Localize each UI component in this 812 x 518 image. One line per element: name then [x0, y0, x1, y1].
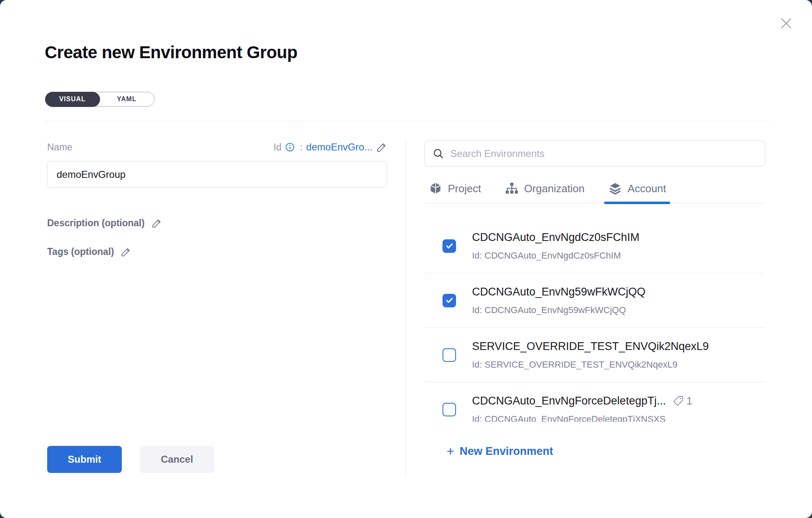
id-colon: : — [300, 142, 302, 153]
edit-tags-pencil-icon[interactable] — [121, 247, 131, 257]
id-label: Id — [274, 142, 281, 153]
tags-row: Tags (optional) — [47, 246, 131, 257]
layers-icon — [608, 182, 622, 195]
sitemap-icon — [505, 182, 519, 195]
name-id-row: Name Id : demoEnvGro... — [47, 141, 387, 153]
env-name: CDCNGAuto_EnvNgForceDeletegpTj... — [472, 394, 666, 408]
env-id: Id: CDCNGAuto_EnvNgForceDeletegpTjXNSXS — [472, 413, 765, 422]
env-checkbox[interactable] — [442, 403, 456, 416]
description-row: Description (optional) — [47, 218, 162, 229]
environment-list: CDCNGAuto_EnvNgdCz0sFChIM Id: CDCNGAuto_… — [424, 203, 765, 422]
tag-count: 1 — [687, 395, 692, 407]
cancel-button[interactable]: Cancel — [140, 446, 214, 473]
search-environments-input[interactable] — [450, 148, 757, 159]
search-icon — [432, 148, 445, 160]
header-divider — [43, 121, 769, 121]
name-label: Name — [47, 142, 72, 153]
toggle-visual[interactable]: VISUAL — [45, 92, 100, 107]
vertical-divider — [406, 139, 406, 477]
env-name: CDCNGAuto_EnvNgdCz0sFChIM — [472, 230, 639, 244]
env-text: CDCNGAuto_EnvNg59wFkWCjQQ Id: CDCNGAuto_… — [472, 285, 765, 316]
tag-icon — [673, 395, 684, 407]
edit-description-pencil-icon[interactable] — [151, 218, 162, 229]
tab-account-label: Account — [627, 182, 666, 195]
env-id: Id: CDCNGAuto_EnvNg59wFkWCjQQ — [472, 304, 765, 316]
name-input[interactable] — [47, 161, 387, 188]
toggle-yaml[interactable]: YAML — [99, 92, 154, 106]
env-text: SERVICE_OVERRIDE_TEST_ENVQik2NqexL9 Id: … — [472, 339, 765, 370]
search-environments-box — [424, 141, 765, 166]
env-text: CDCNGAuto_EnvNgdCz0sFChIM Id: CDCNGAuto_… — [472, 230, 765, 261]
environment-row: CDCNGAuto_EnvNgdCz0sFChIM Id: CDCNGAuto_… — [424, 219, 765, 273]
plus-icon: + — [447, 446, 454, 457]
environment-row: SERVICE_OVERRIDE_TEST_ENVQik2NqexL9 Id: … — [424, 328, 765, 382]
new-environment-label: New Environment — [460, 445, 553, 458]
environments-panel: Project Organization Account — [424, 141, 765, 458]
edit-id-pencil-icon[interactable] — [376, 142, 387, 153]
cube-icon — [429, 182, 442, 195]
id-row: Id : demoEnvGro... — [274, 141, 387, 153]
tag-count-badge: 1 — [673, 395, 692, 407]
env-checkbox[interactable] — [442, 239, 456, 253]
info-icon[interactable] — [285, 142, 295, 152]
env-text: CDCNGAuto_EnvNgForceDeletegpTj... 1 Id: … — [472, 394, 765, 422]
env-name: SERVICE_OVERRIDE_TEST_ENVQik2NqexL9 — [472, 339, 709, 353]
env-id: Id: SERVICE_OVERRIDE_TEST_ENVQik2NqexL9 — [472, 359, 765, 370]
dialog-title: Create new Environment Group — [45, 43, 297, 62]
new-environment-button[interactable]: + New Environment — [447, 445, 553, 458]
tab-project[interactable]: Project — [424, 181, 485, 203]
tab-organization-label: Organization — [524, 182, 584, 195]
create-environment-group-dialog: Create new Environment Group VISUAL YAML… — [0, 0, 812, 518]
tab-project-label: Project — [448, 182, 481, 195]
env-name: CDCNGAuto_EnvNg59wFkWCjQQ — [472, 285, 645, 299]
tab-organization[interactable]: Organization — [501, 181, 588, 203]
dialog-actions: Submit Cancel — [47, 446, 214, 473]
close-icon[interactable] — [778, 16, 794, 31]
environment-row: CDCNGAuto_EnvNg59wFkWCjQQ Id: CDCNGAuto_… — [424, 273, 765, 328]
environment-row: CDCNGAuto_EnvNgForceDeletegpTj... 1 Id: … — [424, 382, 765, 422]
submit-button[interactable]: Submit — [47, 446, 122, 473]
description-label: Description (optional) — [47, 218, 145, 229]
tags-label: Tags (optional) — [47, 246, 114, 257]
scope-tabs: Project Organization Account — [424, 181, 765, 203]
id-value-link[interactable]: demoEnvGro... — [306, 141, 372, 153]
env-checkbox[interactable] — [442, 294, 456, 307]
tab-account[interactable]: Account — [604, 181, 670, 203]
env-id: Id: CDCNGAuto_EnvNgdCz0sFChIM — [472, 250, 765, 261]
visual-yaml-toggle: VISUAL YAML — [45, 92, 155, 107]
env-checkbox[interactable] — [442, 348, 456, 362]
